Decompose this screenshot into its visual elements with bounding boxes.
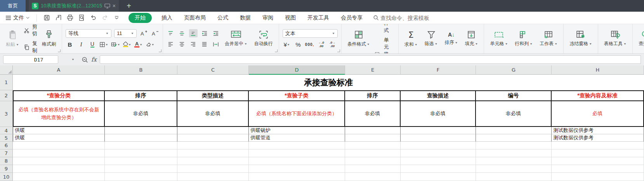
sort-button[interactable]: A↓ 排序▼ [443,32,460,46]
row-header-8[interactable]: 8 [0,157,13,165]
currency-button[interactable]: ¥▼ [283,40,291,49]
search-input[interactable] [380,15,439,21]
cell-d4[interactable]: 供暖锅炉 [249,127,345,134]
cell-a4[interactable]: 供暖 [13,127,105,134]
underline-button[interactable]: U [88,40,97,49]
align-center-button[interactable] [178,40,186,48]
cell-a9[interactable] [13,165,105,173]
row-header-3[interactable]: 3 [0,101,13,127]
select-all-corner[interactable] [0,65,13,75]
increase-decimal-button[interactable]: ←.0.00 [317,40,325,49]
table-style-button[interactable]: 表格样式▼ [375,24,395,34]
font-size-select[interactable]: 11▼ [114,29,137,38]
comma-style-button[interactable]: 000, [305,40,314,49]
col-header-b[interactable]: B [105,65,177,75]
cell-b5[interactable] [105,134,177,142]
worksheet-button[interactable]: 工作表▼ [537,30,560,47]
cell-d6[interactable] [249,142,345,149]
tab-formulas[interactable]: 公式 [212,14,233,21]
undo-button[interactable] [88,13,98,23]
cell-g2[interactable]: 编号 [476,90,552,101]
cell-a8[interactable] [13,157,105,165]
cell-c2[interactable]: 类型描述 [177,90,249,101]
font-color-select[interactable]: A▼ [134,40,143,49]
border-select[interactable]: ▼ [99,40,108,49]
row-header-6[interactable]: 6 [0,142,13,149]
clear-format-select[interactable]: ▼ [146,40,154,49]
print-button[interactable] [65,13,75,23]
decrease-font-button[interactable]: A [151,29,159,37]
cell-e7[interactable] [345,149,401,157]
increase-font-button[interactable]: A [139,29,148,37]
tab-page-layout[interactable]: 页面布局 [179,14,211,21]
tab-data[interactable]: 数据 [235,14,256,21]
sheet-title-cell[interactable]: 承接查验标准 [13,75,644,90]
cell-e10[interactable] [345,173,401,181]
cell-c10[interactable] [177,173,249,181]
dialog-launcher-icon[interactable] [159,49,161,52]
dialog-launcher-icon[interactable] [275,49,278,52]
wrap-text-button[interactable]: 自动换行 [252,30,275,47]
close-tab-icon[interactable]: × [113,3,116,9]
cell-h8[interactable] [552,157,644,165]
cell-h4[interactable]: 测试数据仅供参考 [552,127,644,134]
cell-e8[interactable] [345,157,401,165]
col-header-d-selected[interactable]: D [249,65,345,75]
cell-g8[interactable] [476,157,552,165]
cell-style-button[interactable]: 单元格样式▼ [375,37,395,54]
cell-c9[interactable] [177,165,249,173]
row-header-2[interactable]: 2 [0,90,13,101]
home-tab[interactable]: 首页 [0,0,26,12]
cell-g4[interactable] [476,127,552,134]
cell-e3[interactable]: 非必填 [345,101,401,127]
toolbar-more-icon[interactable] [111,13,122,23]
tab-review[interactable]: 审阅 [257,14,278,21]
save-button[interactable] [42,13,52,23]
cell-c4[interactable] [177,127,249,134]
file-menu[interactable]: 文件 [5,14,30,21]
rows-cols-button[interactable]: 行和列▼ [512,30,535,47]
decrease-decimal-button[interactable]: .0→.00 [328,40,337,49]
cell-a2[interactable]: *查验分类 [13,90,105,101]
command-search[interactable] [373,15,439,21]
new-tab-button[interactable]: + [121,0,137,12]
cell-h2[interactable]: *查验内容及标准 [552,90,644,101]
dialog-launcher-icon[interactable] [337,49,340,52]
cell-h9[interactable] [552,165,644,173]
cell-h5[interactable]: 测试数据仅供参考 [552,134,644,142]
cell-h10[interactable] [552,173,644,181]
document-tab[interactable]: S 10承接查验标准(2...123015810) × [29,0,119,12]
cell-f9[interactable] [401,165,476,173]
cell-d7[interactable] [249,149,345,157]
cell-f7[interactable] [401,149,476,157]
formula-input[interactable] [100,55,641,64]
tab-home-ribbon[interactable]: 开始 [128,13,152,23]
dialog-launcher-icon[interactable] [58,49,61,52]
align-top-button[interactable] [167,29,175,37]
cell-g5[interactable] [476,134,552,142]
cell-f8[interactable] [401,157,476,165]
cell-a5[interactable]: 供暖 [13,134,105,142]
col-header-g[interactable]: G [476,65,552,75]
cell-f3[interactable]: 非必填 [401,101,476,127]
cell-f4[interactable] [401,127,476,134]
row-header-9[interactable]: 9 [0,165,13,173]
cell-d3[interactable]: 必填（系统名称下面必须添加分类） [249,101,345,127]
paste-button[interactable]: 粘贴▼ [3,30,21,48]
cell-b2[interactable]: 排序 [105,90,177,101]
align-right-button[interactable] [189,40,198,48]
cell-f2[interactable]: 查验描述 [401,90,476,101]
cell-g3[interactable]: 非必填 [476,101,552,127]
cell-f10[interactable] [401,173,476,181]
cell-b9[interactable] [105,165,177,173]
freeze-panes-button[interactable]: 冻结窗格▼ [567,30,594,47]
row-header-1[interactable]: 1 [0,75,13,90]
tab-insert[interactable]: 插入 [156,14,177,21]
cell-d10[interactable] [249,173,345,181]
align-middle-button[interactable] [178,29,186,37]
cell-d5[interactable]: 供暖管道 [249,134,345,142]
align-left-button[interactable] [167,40,175,48]
fx-label[interactable]: fx [91,56,97,63]
print-preview-button[interactable] [76,13,87,23]
cell-a10[interactable] [13,173,105,181]
